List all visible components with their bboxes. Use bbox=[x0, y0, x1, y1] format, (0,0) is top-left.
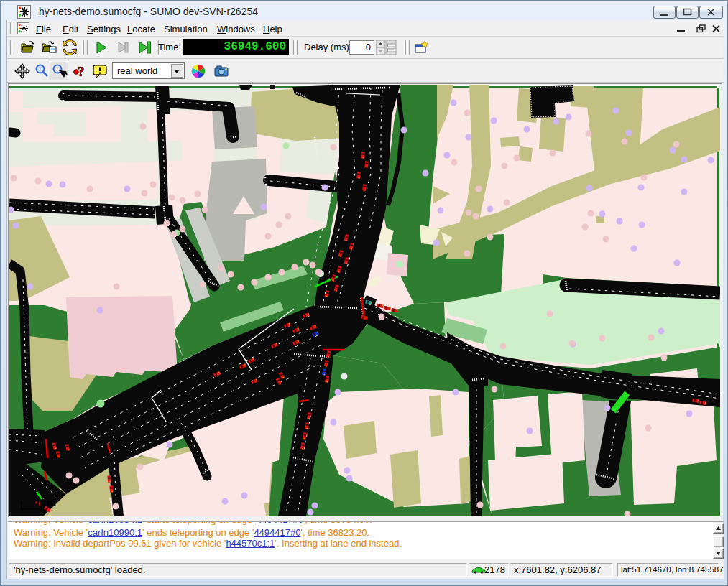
svg-text:10m: 10m bbox=[34, 496, 56, 508]
